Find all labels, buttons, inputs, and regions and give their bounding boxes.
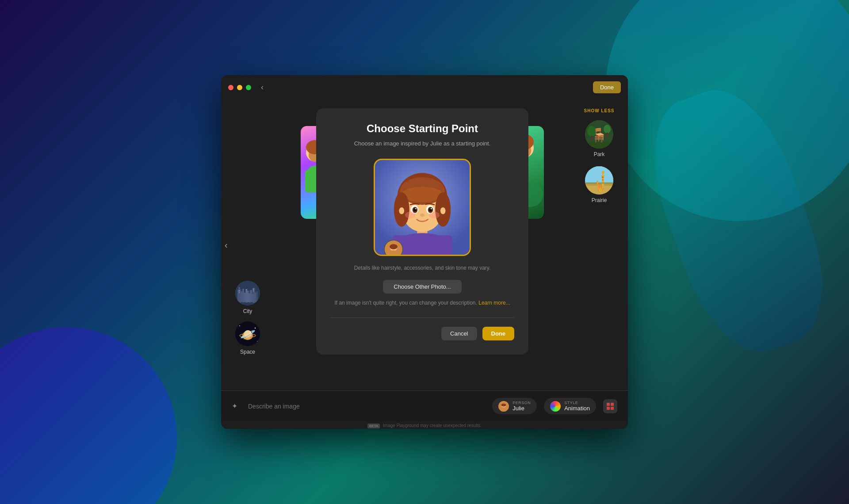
footer-text: Image Playground may create unexpected r… — [383, 423, 482, 428]
choose-photo-button[interactable]: Choose Other Photo... — [383, 280, 461, 294]
svg-rect-4 — [245, 289, 248, 303]
svg-point-15 — [239, 325, 240, 326]
done-top-button[interactable]: Done — [593, 81, 621, 93]
svg-rect-75 — [602, 171, 604, 173]
svg-point-20 — [243, 332, 252, 339]
svg-point-16 — [255, 328, 256, 328]
style-icon — [550, 401, 561, 412]
svg-rect-85 — [607, 407, 610, 410]
svg-rect-10 — [246, 290, 247, 290]
city-icon — [235, 281, 260, 305]
modal-divider — [330, 317, 514, 318]
svg-point-77 — [602, 179, 604, 181]
svg-rect-9 — [239, 292, 240, 293]
right-sidebar: SHOW LESS — [570, 99, 628, 390]
cancel-button[interactable]: Cancel — [441, 327, 477, 340]
title-bar: ‹ Done — [221, 75, 628, 99]
svg-rect-64 — [595, 138, 604, 140]
style-name: Animation — [564, 405, 590, 412]
svg-rect-3 — [242, 292, 245, 303]
done-button[interactable]: Done — [482, 327, 515, 340]
svg-rect-6 — [252, 288, 255, 303]
svg-point-57 — [390, 244, 398, 249]
svg-point-50 — [420, 213, 424, 217]
variation-note: Details like hairstyle, accessories, and… — [330, 265, 514, 271]
portrait-container — [330, 159, 514, 256]
svg-rect-2 — [238, 287, 240, 290]
svg-rect-66 — [601, 140, 602, 142]
beta-note: BETA Image Playground may create unexpec… — [221, 421, 628, 429]
close-button[interactable] — [228, 85, 233, 90]
sidebar-item-city[interactable]: City — [235, 281, 260, 314]
svg-point-18 — [257, 341, 258, 342]
traffic-lights — [228, 85, 251, 90]
svg-point-54 — [440, 207, 446, 214]
svg-point-52 — [429, 211, 440, 218]
sparkle-icon: ✦ — [232, 402, 237, 410]
svg-rect-83 — [607, 403, 610, 406]
style-label: STYLE — [564, 401, 590, 405]
person-pill[interactable]: PERSON Julie — [492, 398, 537, 414]
beta-badge: BETA — [367, 424, 380, 428]
svg-rect-12 — [253, 289, 254, 290]
modal-dialog: Choose Starting Point Choose an image in… — [316, 108, 528, 355]
park-icon — [585, 120, 613, 149]
prairie-label: Prairie — [592, 197, 607, 203]
svg-rect-78 — [585, 182, 613, 184]
minimize-button[interactable] — [237, 85, 242, 90]
svg-point-49 — [431, 208, 432, 209]
svg-rect-11 — [246, 291, 247, 292]
svg-rect-7 — [256, 291, 258, 303]
svg-point-21 — [240, 334, 256, 337]
park-label: Park — [594, 151, 605, 157]
svg-rect-69 — [585, 166, 613, 184]
left-chevron-icon[interactable]: ‹ — [225, 240, 228, 250]
svg-rect-65 — [595, 140, 597, 142]
svg-point-76 — [602, 176, 604, 178]
svg-rect-67 — [595, 136, 604, 137]
gallery-button[interactable] — [603, 399, 617, 413]
svg-point-81 — [501, 403, 506, 406]
sidebar-item-park[interactable]: Park — [585, 120, 613, 157]
maximize-button[interactable] — [246, 85, 251, 90]
modal-title: Choose Starting Point — [330, 122, 514, 135]
city-label: City — [243, 308, 252, 314]
svg-rect-5 — [249, 290, 252, 303]
svg-rect-61 — [591, 136, 593, 140]
svg-rect-1 — [237, 290, 241, 303]
describe-input[interactable] — [248, 403, 485, 410]
learn-more-link[interactable]: Learn more... — [478, 300, 510, 306]
svg-point-17 — [244, 339, 245, 340]
svg-rect-13 — [253, 290, 254, 291]
svg-rect-8 — [239, 290, 240, 291]
learn-text: If an image isn't quite right, you can c… — [330, 299, 514, 307]
space-label: Space — [240, 349, 255, 355]
bottom-toolbar: ✦ PERSON Julie STYLE Animation — [221, 390, 628, 421]
modal-actions: Cancel Done — [330, 327, 514, 340]
sidebar-item-space[interactable]: Space — [235, 321, 260, 355]
svg-rect-68 — [585, 142, 613, 149]
main-portrait[interactable] — [374, 159, 471, 256]
person-name: Julie — [512, 405, 531, 412]
svg-point-51 — [405, 211, 415, 218]
svg-rect-63 — [606, 133, 608, 137]
svg-point-53 — [399, 207, 404, 214]
svg-point-60 — [587, 126, 596, 137]
show-less-button[interactable]: SHOW LESS — [584, 108, 614, 113]
svg-point-62 — [604, 125, 611, 134]
svg-point-48 — [415, 208, 417, 209]
svg-point-19 — [242, 331, 253, 340]
space-icon — [235, 321, 260, 346]
style-pill[interactable]: STYLE Animation — [544, 398, 596, 414]
sidebar-item-prairie[interactable]: Prairie — [585, 166, 613, 203]
center-area: Choose Starting Point Choose an image in… — [274, 99, 570, 390]
modal-subtitle: Choose an image inspired by Julie as a s… — [330, 139, 514, 148]
svg-rect-14 — [235, 321, 260, 346]
svg-rect-86 — [611, 407, 614, 410]
app-window: ‹ Done ‹ — [221, 75, 628, 429]
back-button[interactable]: ‹ — [258, 82, 266, 93]
svg-rect-84 — [611, 403, 614, 406]
left-sidebar: ‹ — [221, 99, 274, 390]
svg-point-22 — [245, 332, 250, 337]
person-avatar — [498, 401, 509, 412]
